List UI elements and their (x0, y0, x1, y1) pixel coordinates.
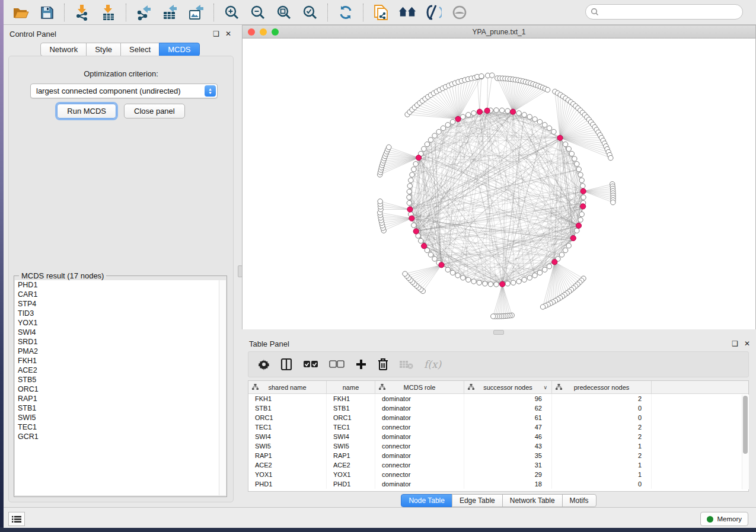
tab-select[interactable]: Select (120, 43, 160, 56)
table-cell: RAP1 (248, 451, 327, 460)
tab-style[interactable]: Style (86, 43, 121, 56)
table-cell: 2 (552, 394, 652, 403)
mcds-result-item[interactable]: ORC1 (15, 384, 219, 394)
table-cell: 31 (464, 460, 552, 470)
save-session-icon[interactable] (38, 4, 56, 21)
tab-motifs[interactable]: Motifs (562, 494, 596, 507)
mcds-result-item[interactable]: STB5 (15, 375, 219, 384)
mcds-result-item[interactable]: CAR1 (15, 290, 219, 299)
table-cell: 61 (464, 413, 552, 422)
mcds-result-item[interactable]: YOX1 (15, 318, 219, 328)
column-header-successor-nodes[interactable]: successor nodes∨ (464, 381, 552, 393)
horizontal-splitter-grip[interactable] (493, 330, 504, 335)
table-row[interactable]: RAP1RAP1dominator352 (248, 451, 748, 460)
hierarchy-icon (556, 384, 562, 392)
zoom-in-icon[interactable] (223, 4, 241, 21)
memory-button[interactable]: Memory (700, 512, 748, 526)
table-cell: connector (375, 460, 464, 470)
refresh-icon[interactable] (337, 4, 355, 21)
table-scrollbar[interactable] (742, 395, 749, 489)
mcds-result-item[interactable]: ACE2 (15, 366, 219, 375)
add-column-icon[interactable] (355, 358, 367, 370)
zoom-out-icon[interactable] (249, 4, 267, 21)
mcds-result-item[interactable]: PHD1 (15, 280, 219, 290)
open-session-icon[interactable] (12, 4, 30, 21)
run-mcds-button[interactable]: Run MCDS (57, 104, 116, 118)
close-panel-icon[interactable]: ✕ (225, 30, 231, 37)
delete-column-icon[interactable] (378, 358, 388, 371)
mcds-result-item[interactable]: SRD1 (15, 337, 219, 347)
tab-network-table[interactable]: Network Table (502, 494, 563, 507)
tab-edge-table[interactable]: Edge Table (452, 494, 503, 507)
task-history-button[interactable] (8, 512, 25, 526)
network-canvas[interactable] (243, 39, 755, 329)
export-network-icon[interactable] (135, 4, 153, 21)
zoom-fit-icon[interactable] (275, 4, 293, 21)
table-cell: 43 (464, 441, 552, 451)
import-table-icon[interactable] (100, 4, 117, 21)
hide-graphics-details-icon[interactable] (425, 4, 442, 21)
mcds-result-item[interactable]: RAP1 (15, 394, 219, 403)
table-row[interactable]: ACE2ACE2connector311 (248, 460, 748, 470)
control-panel: Control Panel ❑ ✕ NetworkStyleSelectMCDS… (4, 25, 237, 507)
settings-gear-icon[interactable] (258, 358, 270, 370)
table-scrollbar-thumb[interactable] (743, 396, 748, 454)
tab-mcds[interactable]: MCDS (159, 43, 199, 56)
table-cell: dominator (375, 394, 464, 403)
close-panel-button[interactable]: Close panel (124, 104, 185, 118)
search-box[interactable] (585, 4, 743, 20)
deselect-all-icon[interactable] (329, 360, 344, 368)
mcds-result-item[interactable]: PMA2 (15, 347, 219, 356)
network-graph[interactable] (243, 39, 755, 329)
table-row[interactable]: TEC1TEC1connector472 (248, 422, 748, 432)
mcds-result-item[interactable]: TID3 (15, 309, 219, 318)
table-cell: PHD1 (327, 479, 375, 489)
search-input[interactable] (599, 7, 742, 17)
tab-node-table[interactable]: Node Table (401, 494, 452, 507)
select-all-icon[interactable] (303, 360, 318, 368)
mcds-result-item[interactable]: SWI4 (15, 328, 219, 337)
column-header-filler (652, 381, 748, 393)
zoom-selected-icon[interactable] (301, 4, 319, 21)
table-row[interactable]: SWI4SWI4dominator462 (248, 432, 748, 441)
close-table-panel-icon[interactable]: ✕ (744, 340, 750, 347)
mcds-result-item[interactable]: FKH1 (15, 356, 219, 366)
control-panel-title: Control Panel (9, 30, 207, 39)
table-cell: ORC1 (248, 413, 327, 422)
column-header-predecessor-nodes[interactable]: predecessor nodes (552, 381, 652, 393)
table-cell: connector (375, 422, 464, 432)
table-row[interactable]: PHD1PHD1dominator180 (248, 479, 748, 489)
column-label: shared name (268, 384, 306, 391)
delete-table-icon[interactable] (399, 360, 413, 369)
column-chooser-icon[interactable] (280, 358, 292, 371)
tab-network[interactable]: Network (40, 43, 87, 56)
mcds-result-item[interactable]: STB1 (15, 403, 219, 413)
column-header-MCDS-role[interactable]: MCDS role (375, 381, 464, 393)
table-row[interactable]: SWI5SWI5connector431 (248, 441, 748, 451)
function-builder-icon[interactable]: f(x) (424, 358, 441, 370)
vertical-splitter[interactable] (237, 25, 242, 507)
mcds-list-scrollbar[interactable] (219, 280, 226, 495)
table-row[interactable]: FKH1FKH1dominator962 (248, 394, 748, 403)
table-row[interactable]: YOX1YOX1connector291 (248, 470, 748, 479)
float-panel-icon[interactable]: ❑ (213, 30, 219, 37)
mcds-result-item[interactable]: SWI5 (15, 413, 219, 422)
table-row[interactable]: ORC1ORC1dominator610 (248, 413, 748, 422)
table-cell-filler (652, 460, 748, 470)
mcds-result-item[interactable]: TEC1 (15, 422, 219, 432)
show-graphics-details-icon[interactable] (451, 4, 468, 21)
clone-network-icon[interactable] (372, 4, 390, 21)
mcds-result-item[interactable]: STP4 (15, 299, 219, 309)
list-icon (12, 515, 21, 523)
import-network-icon[interactable] (74, 4, 91, 21)
float-table-panel-icon[interactable]: ❑ (732, 340, 738, 347)
table-cell: dominator (375, 432, 464, 441)
table-row[interactable]: STB1STB1dominator620 (248, 403, 748, 413)
mcds-result-item[interactable]: GCR1 (15, 432, 219, 441)
export-image-icon[interactable] (187, 4, 205, 21)
optimization-criterion-select[interactable]: largest connected component (undirected)… (30, 84, 218, 98)
column-header-shared-name[interactable]: shared name (248, 381, 327, 393)
home-icon[interactable] (398, 4, 416, 21)
column-header-name[interactable]: name (327, 381, 375, 393)
export-table-icon[interactable] (161, 4, 179, 21)
